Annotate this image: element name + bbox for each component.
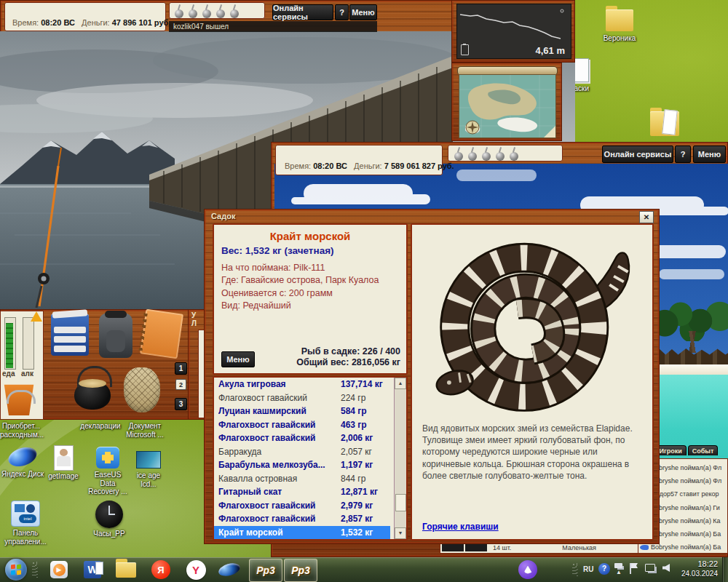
fish-row[interactable]: Флагохвост гавайский224 гр (214, 391, 390, 405)
tackle-drawer (54, 327, 86, 333)
menu-button[interactable]: Меню (349, 4, 377, 20)
win-flag-blue (11, 570, 15, 575)
screen: Вероника раски Приобрет... расходным... … (0, 0, 728, 582)
desktop-icon-clock[interactable]: Часы_РР (86, 501, 132, 538)
online-services-button[interactable]: Онлайн сервисы (272, 4, 333, 20)
tray-language[interactable]: RU (583, 565, 593, 573)
media-player-icon[interactable]: ▶ (45, 559, 73, 581)
desktop-icon-control-panel[interactable]: intel Панель управлени... (3, 501, 48, 546)
menu-button[interactable]: Меню (693, 146, 726, 163)
photo-icon (54, 445, 74, 471)
map-widget[interactable] (451, 63, 562, 141)
scroll-up-arrow[interactable]: ▲ (395, 378, 406, 389)
fish-row[interactable]: Флагохвост гавайский2,857 кг (214, 512, 390, 526)
backpack-handle (105, 311, 127, 318)
notebook-icon[interactable] (140, 309, 183, 359)
hotkeys-link[interactable]: Горячие клавиши (422, 522, 499, 532)
lens-shape (217, 561, 241, 578)
tray-show-hidden-arrow[interactable]: ▲ (616, 569, 622, 575)
bucket-handle (7, 390, 36, 404)
tray-help-icon[interactable]: ? (598, 563, 610, 575)
fish-row[interactable]: Флагохвост гавайский2,006 кг (214, 431, 390, 445)
money-label: Деньги: (82, 18, 110, 27)
bait-slot[interactable] (465, 544, 487, 551)
net-bag-icon[interactable] (124, 367, 160, 412)
rf3-logo: Рр3 (291, 565, 310, 576)
start-button[interactable] (5, 559, 27, 581)
yandex-browser-icon[interactable]: Я (147, 559, 175, 581)
pot-icon[interactable] (73, 369, 112, 411)
desktop-icon-iceage[interactable]: ice age lcd... (128, 445, 169, 488)
close-button[interactable]: ✕ (639, 211, 654, 223)
cloud (659, 269, 724, 279)
sinker-icon (215, 4, 226, 18)
desktop-icon-getimage[interactable]: getImage (45, 445, 82, 481)
rf3-task-button-2[interactable]: Рр3 (284, 559, 317, 582)
fish-weight: Вес: 1,532 кг (зачетная) (221, 245, 406, 256)
time-value: 08:20 ВС (313, 162, 347, 170)
alcohol-bar (23, 317, 34, 370)
tray-network-icon[interactable] (645, 564, 655, 572)
wmp-play: ▶ (53, 564, 66, 576)
fish-info-panel: Крайт морской Вес: 1,532 кг (зачетная) Н… (213, 223, 408, 375)
alice-icon[interactable] (518, 560, 537, 579)
tray-flag-icon[interactable] (630, 563, 638, 568)
backpack-icon[interactable] (99, 313, 132, 358)
fish-row-weight: 2,979 кг (341, 501, 373, 511)
help-button[interactable]: ? (675, 146, 691, 163)
tab-events[interactable]: Событ (688, 445, 719, 455)
y-messenger-icon[interactable]: Y (182, 559, 210, 581)
sinker-icon (495, 146, 506, 161)
word-page (95, 562, 103, 575)
fish-row[interactable]: Акула тигровая137,714 кг (214, 378, 390, 391)
tackle-box-icon[interactable] (51, 314, 89, 356)
word-icon[interactable]: W (79, 559, 106, 581)
dialog-menu-button[interactable]: Меню (221, 351, 255, 367)
online-services-button[interactable]: Онлайн сервисы (602, 146, 673, 163)
tray-volume-icon[interactable] (662, 564, 670, 572)
dialog-title[interactable]: Садок (211, 212, 235, 220)
bait-panel[interactable] (169, 2, 265, 19)
fish-row[interactable]: Барракуда2,057 кг (214, 445, 390, 459)
help-button[interactable]: ? (335, 4, 349, 20)
rod-slot-3[interactable]: 3 (175, 398, 187, 410)
scroll-thumb[interactable] (395, 494, 406, 511)
scrollbar[interactable]: ▲ ▼ (394, 378, 406, 539)
battery-tip (463, 44, 466, 45)
depth-meter: 4,61 m (451, 0, 575, 63)
win-flag-green (17, 565, 21, 570)
fish-event-icon (640, 545, 649, 550)
tray-flag-pole (630, 563, 631, 574)
desktop-icon-yandex-disk[interactable]: Яндекс Диск (0, 445, 45, 479)
fish-row[interactable]: Флагохвост гавайский463 гр (214, 418, 390, 432)
desktop-icon-open-folder[interactable] (650, 111, 679, 136)
rf3-logo: Рр3 (256, 565, 275, 576)
fish-row[interactable]: Барабулька мелкозуба...1,197 кг (214, 458, 390, 472)
wmp-tile: ▶ (50, 561, 68, 578)
desktop-icon-veronika[interactable]: Вероника (593, 6, 646, 43)
rod-slot-2[interactable]: 2 (175, 379, 186, 390)
tray-clock[interactable]: 18:22 24.03.2024 (681, 559, 718, 578)
fish-row[interactable]: Кавалла островная844 гр (214, 472, 390, 486)
bait-slot[interactable] (442, 544, 464, 551)
fish-row-weight: 2,057 кг (341, 447, 372, 457)
fish-row[interactable]: Флагохвост гавайский2,979 кг (214, 499, 390, 513)
fish-row[interactable]: Крайт морской1,532 кг (214, 526, 390, 540)
explorer-icon[interactable] (112, 559, 140, 581)
fish-row-weight: 844 гр (341, 474, 365, 484)
fish-row[interactable]: Гитарный скат12,871 кг (214, 485, 390, 499)
fish-row-weight: 463 гр (341, 420, 367, 430)
rf3-task-button-1[interactable]: Рр3 (249, 559, 282, 582)
disk-lens-icon[interactable] (215, 559, 243, 581)
tray-device-icon[interactable] (614, 563, 622, 568)
bait-panel[interactable] (448, 145, 563, 162)
fish-row[interactable]: Луциан кашмирский584 гр (214, 404, 390, 418)
sea-krait-image (418, 229, 645, 412)
fish-row-name: Барабулька мелкозуба... (218, 460, 341, 470)
desktop-icon-easeus[interactable]: EaseUS Data Recovery ... (86, 445, 130, 496)
show-desktop-button[interactable] (722, 557, 728, 582)
fish-row-weight: 2,857 кг (341, 514, 373, 524)
scroll-down-arrow[interactable]: ▼ (395, 527, 406, 539)
rod-slot-1[interactable]: 1 (175, 362, 187, 375)
fish-list-panel: Акула тигровая137,714 кгФлагохвост гавай… (213, 376, 408, 541)
